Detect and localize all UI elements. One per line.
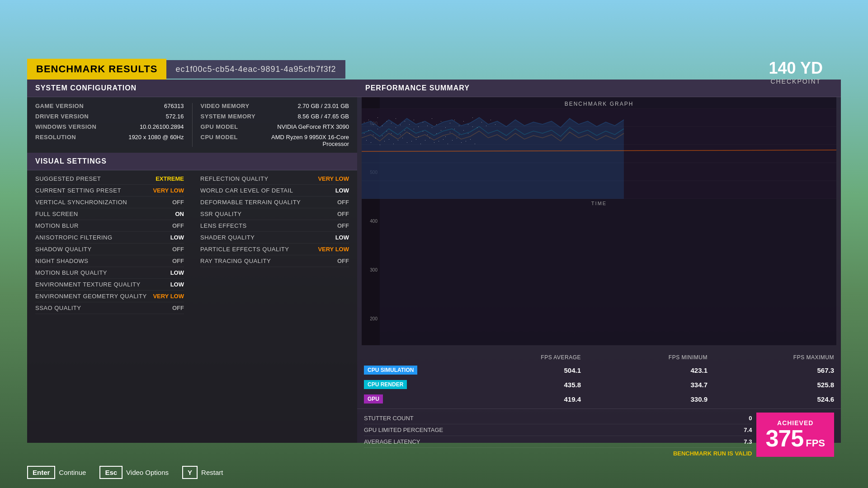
svg-rect-12 xyxy=(377,117,378,118)
content-area: SYSTEM CONFIGURATION GAME VERSION 676313… xyxy=(27,80,841,443)
setting-label: REFLECTION QUALITY xyxy=(200,175,269,182)
svg-rect-11 xyxy=(373,124,373,125)
continue-button[interactable]: Enter Continue xyxy=(27,466,86,479)
achieved-fps-value: 375 xyxy=(765,427,803,450)
cpu-render-max: 525.8 xyxy=(708,381,834,389)
setting-label: RAY TRACING QUALITY xyxy=(200,258,271,264)
stutter-value: 0 xyxy=(749,415,752,422)
config-row: RESOLUTION 868 x 488 @ 60Hz xyxy=(35,132,184,142)
setting-value: OFF xyxy=(172,258,184,264)
stutter-label: STUTTER COUNT xyxy=(364,415,414,422)
setting-row: WORLD CAR LEVEL OF DETAIL LOW xyxy=(200,185,349,197)
setting-label: LENS EFFECTS xyxy=(200,222,247,229)
svg-rect-33 xyxy=(472,117,473,118)
gpu-limited-label: GPU LIMITED PERCENTAGE xyxy=(364,427,443,433)
setting-value: LOW xyxy=(170,234,184,241)
svg-rect-16 xyxy=(396,118,396,119)
right-panel: PERFORMANCE SUMMARY BENCHMARK GRAPH 600 … xyxy=(357,80,841,443)
left-panel: SYSTEM CONFIGURATION GAME VERSION 676313… xyxy=(27,80,357,443)
setting-value: VERY LOW xyxy=(318,246,349,253)
cpu-sim-min: 423.1 xyxy=(581,366,708,374)
setting-label: ENVIRONMENT TEXTURE QUALITY xyxy=(35,281,141,288)
svg-rect-69 xyxy=(389,139,389,140)
svg-rect-51 xyxy=(418,136,419,137)
svg-rect-18 xyxy=(405,121,405,122)
svg-rect-22 xyxy=(423,122,423,122)
setting-label: MOTION BLUR xyxy=(35,222,79,229)
svg-rect-24 xyxy=(432,118,432,119)
svg-rect-10 xyxy=(368,120,369,120)
checkpoint-yards: 140 YD xyxy=(769,59,823,78)
setting-row: NIGHT SHADOWS OFF xyxy=(35,255,184,267)
fps-row-cpu-sim: CPU SIMULATION 504.1 423.1 567.3 xyxy=(364,363,834,377)
achieved-fps-unit: FPS xyxy=(806,437,825,449)
setting-row: SSAO QUALITY OFF xyxy=(35,302,184,314)
svg-rect-74 xyxy=(411,141,412,141)
time-label: TIME xyxy=(362,199,836,208)
svg-rect-75 xyxy=(416,139,416,140)
setting-row: SUGGESTED PRESET EXTREME xyxy=(35,173,184,185)
svg-rect-31 xyxy=(463,121,464,122)
config-row: GAME VERSION 676313 xyxy=(35,101,184,111)
esc-key: Esc xyxy=(99,466,123,479)
bottom-bar: Enter Continue Esc Video Options Y Resta… xyxy=(27,466,841,479)
cpu-simulation-label: CPU SIMULATION xyxy=(364,366,417,375)
video-options-button[interactable]: Esc Video Options xyxy=(99,466,169,479)
setting-value: OFF xyxy=(172,246,184,253)
restart-button[interactable]: Y Restart xyxy=(182,466,223,479)
svg-rect-66 xyxy=(375,138,376,138)
setting-row: DEFORMABLE TERRAIN QUALITY OFF xyxy=(200,197,349,208)
setting-value: EXTREME xyxy=(156,175,184,182)
svg-rect-26 xyxy=(441,121,441,122)
config-row: CPU MODEL AMD Ryzen 9 9950X 16-Core Proc… xyxy=(201,132,349,149)
setting-label: SHADOW QUALITY xyxy=(35,246,92,253)
header-bar: BENCHMARK RESULTS ec1f00c5-cb54-4eac-989… xyxy=(27,59,841,80)
cpu-render-badge: CPU RENDER xyxy=(364,380,454,389)
setting-value: OFF xyxy=(337,258,349,264)
svg-rect-68 xyxy=(384,141,385,141)
svg-rect-70 xyxy=(393,144,394,144)
svg-rect-47 xyxy=(400,135,401,135)
svg-rect-37 xyxy=(491,120,491,120)
config-label: WINDOWS VERSION xyxy=(35,123,96,130)
cpu-sim-max: 567.3 xyxy=(708,366,834,374)
cpu-render-avg: 435.8 xyxy=(454,381,581,389)
config-label: GPU MODEL xyxy=(201,123,238,130)
svg-rect-88 xyxy=(475,144,475,144)
setting-label: SSAO QUALITY xyxy=(35,305,81,311)
setting-row: SSR QUALITY OFF xyxy=(200,208,349,220)
svg-rect-19 xyxy=(409,124,410,125)
config-left-col: GAME VERSION 676313 DRIVER VERSION 572.1… xyxy=(27,101,192,149)
checkpoint-badge: 140 YD CHECKPOINT xyxy=(769,59,823,85)
setting-value: VERY LOW xyxy=(318,175,349,182)
setting-label: ANISOTROPIC FILTERING xyxy=(35,234,113,241)
svg-rect-38 xyxy=(495,124,495,125)
achieved-box: ACHIEVED 375 FPS xyxy=(756,413,834,457)
fps-header-min: FPS MINIMUM xyxy=(581,354,708,361)
benchmark-graph-area: BENCHMARK GRAPH 600 500 400 300 200 xyxy=(362,97,836,345)
setting-row: ENVIRONMENT TEXTURE QUALITY LOW xyxy=(35,279,184,291)
svg-rect-77 xyxy=(425,140,425,141)
setting-row: SHADOW QUALITY OFF xyxy=(35,244,184,255)
avg-latency-value: 7.3 xyxy=(744,438,752,445)
svg-rect-25 xyxy=(436,124,437,125)
y-key: Y xyxy=(182,466,198,479)
gpu-min: 330.9 xyxy=(581,395,708,403)
svg-rect-72 xyxy=(402,138,403,138)
svg-rect-14 xyxy=(387,121,387,122)
svg-rect-80 xyxy=(439,141,439,141)
setting-row: FULL SCREEN ON xyxy=(35,208,184,220)
setting-row: MOTION BLUR QUALITY LOW xyxy=(35,267,184,279)
setting-label: PARTICLE EFFECTS QUALITY xyxy=(200,246,289,253)
svg-rect-45 xyxy=(391,133,392,134)
setting-row: ANISOTROPIC FILTERING LOW xyxy=(35,232,184,244)
svg-rect-34 xyxy=(477,127,477,128)
setting-value: OFF xyxy=(172,199,184,206)
setting-value: OFF xyxy=(337,199,349,206)
svg-rect-35 xyxy=(481,122,482,122)
setting-value: OFF xyxy=(172,305,184,311)
config-row: VIDEO MEMORY 2.70 GB / 23.01 GB xyxy=(201,101,349,111)
settings-columns: SUGGESTED PRESET EXTREME CURRENT SETTING… xyxy=(27,170,357,488)
setting-value: VERY LOW xyxy=(153,187,184,194)
svg-rect-21 xyxy=(418,127,419,127)
